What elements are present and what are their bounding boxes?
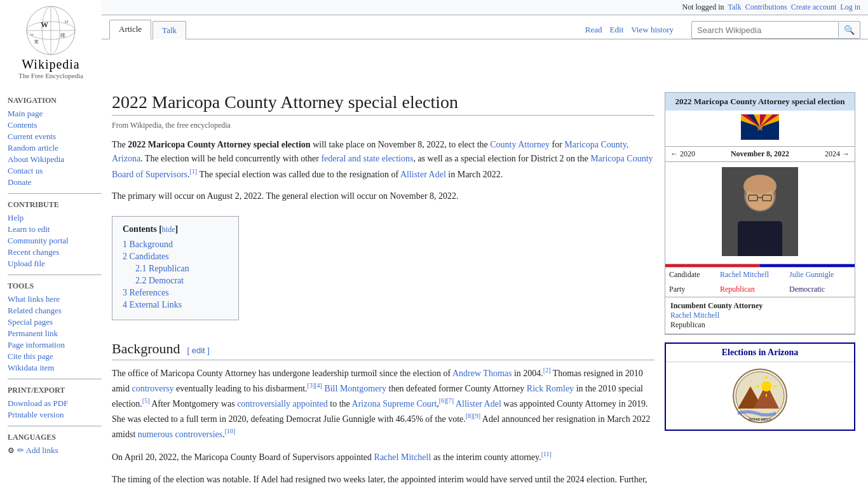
- rick-romley-link[interactable]: Rick Romley: [527, 384, 574, 393]
- contents-link-1[interactable]: 1 Background: [123, 240, 173, 249]
- contents-link-2[interactable]: 2 Candidates: [123, 252, 169, 261]
- search-button[interactable]: 🔍: [838, 22, 860, 37]
- contents-link-3[interactable]: 3 References: [123, 288, 169, 297]
- sidebar-item-help[interactable]: Help: [8, 212, 102, 224]
- ref-7[interactable]: [7]: [446, 397, 454, 404]
- sidebar-item-printable-version[interactable]: Printable version: [8, 409, 102, 421]
- edit-action[interactable]: Edit: [610, 25, 624, 35]
- incumbent-label: Incumbent County Attorney: [670, 301, 850, 311]
- republican-bar: [665, 264, 760, 267]
- ref-10[interactable]: [10]: [225, 428, 236, 435]
- ref-11[interactable]: [11]: [541, 451, 552, 458]
- nav-section-contribute: Contribute Help Learn to edit Community …: [8, 200, 102, 269]
- infobox-nav: ← 2020 November 8, 2022 2024 →: [665, 147, 855, 162]
- read-action[interactable]: Read: [585, 25, 602, 35]
- search-input[interactable]: [692, 23, 838, 37]
- numerous-controversies-link[interactable]: numerous controversies: [138, 430, 222, 439]
- sidebar-item-page-information[interactable]: Page information: [8, 339, 102, 351]
- nav-header-print: Print/export: [8, 386, 102, 395]
- svg-text:繁: 繁: [34, 39, 39, 44]
- svg-point-33: [761, 381, 771, 391]
- create-account-link[interactable]: Create account: [791, 3, 837, 12]
- sidebar-item-wikidata-item[interactable]: Wikidata item: [8, 362, 102, 374]
- incumbent-name-link[interactable]: Rachel Mitchell: [670, 311, 719, 320]
- ref-2[interactable]: [2]: [543, 367, 551, 374]
- contents-item-2-1: 2.1 Republican: [135, 264, 228, 274]
- sidebar-item-recent-changes[interactable]: Recent changes: [8, 247, 102, 258]
- az-supreme-court-link[interactable]: Arizona Supreme Court: [352, 399, 437, 409]
- header: W ω Ω 維 繁 Wikipedia The Free Encyclopedi…: [0, 0, 868, 85]
- ref-4[interactable]: [4]: [315, 382, 322, 389]
- svg-text:Ω: Ω: [65, 19, 68, 24]
- svg-text:DITAT DEUS: DITAT DEUS: [749, 417, 771, 421]
- ref-9[interactable]: [9]: [473, 412, 480, 419]
- contents-hide-link[interactable]: hide: [162, 225, 175, 234]
- infobox-candidate-grid: Candidate Rachel Mitchell Julie Gunnigle…: [665, 268, 855, 297]
- infobox-column: 2022 Maricopa County Attorney special el…: [665, 85, 868, 488]
- sidebar-item-cite-this-page[interactable]: Cite this page: [8, 351, 102, 362]
- sidebar-item-add-links[interactable]: ✏ Add links: [17, 445, 58, 456]
- sidebar-item-current-events[interactable]: Current events: [8, 131, 102, 142]
- sidebar-item-special-pages[interactable]: Special pages: [8, 316, 102, 328]
- allister-adel-link[interactable]: Allister Adel: [400, 169, 446, 179]
- ref-8[interactable]: [8]: [466, 412, 473, 419]
- allister-adel-link-2[interactable]: Allister Adel: [456, 399, 501, 409]
- wikipedia-logo[interactable]: W ω Ω 維 繁: [25, 5, 76, 56]
- bill-montgomery-link[interactable]: Bill Montgomery: [324, 384, 386, 393]
- sidebar-item-upload-file[interactable]: Upload file: [8, 258, 102, 269]
- sidebar-item-community-portal[interactable]: Community portal: [8, 235, 102, 247]
- intro-paragraph: The 2022 Maricopa County Attorney specia…: [112, 138, 654, 182]
- sidebar-item-permanent-link[interactable]: Permanent link: [8, 328, 102, 339]
- contents-link-2-2[interactable]: 2.2 Democrat: [135, 276, 184, 285]
- candidate1-name: Rachel Mitchell: [716, 268, 785, 282]
- rachel-mitchell-link[interactable]: Rachel Mitchell: [374, 452, 431, 462]
- tab-talk[interactable]: Talk: [153, 21, 186, 39]
- candidate1-link[interactable]: Rachel Mitchell: [720, 270, 769, 279]
- controversially-appointed-link[interactable]: controversially appointed: [237, 399, 328, 409]
- tab-article[interactable]: Article: [109, 20, 151, 39]
- svg-text:維: 維: [60, 32, 65, 38]
- sidebar-item-contents[interactable]: Contents: [8, 119, 102, 131]
- not-logged-in-text: Not logged in: [682, 3, 724, 12]
- login-link[interactable]: Log in: [840, 3, 860, 12]
- arizona-flag: [741, 114, 779, 140]
- andrew-thomas-link[interactable]: Andrew Thomas: [452, 369, 512, 378]
- sidebar-item-random-article[interactable]: Random article: [8, 142, 102, 154]
- sidebar-item-download-pdf[interactable]: Download as PDF: [8, 398, 102, 409]
- sidebar-item-related-changes[interactable]: Related changes: [8, 305, 102, 316]
- infobox-title: 2022 Maricopa County Attorney special el…: [665, 93, 855, 111]
- candidate2-link[interactable]: Julie Gunnigle: [789, 270, 834, 279]
- ref-3[interactable]: [3]: [308, 382, 315, 389]
- background-edit-link[interactable]: edit: [192, 346, 205, 355]
- contents-box: Contents [hide] 1 Background 2 Candidate…: [112, 216, 239, 320]
- elections-box-title: Elections in Arizona: [666, 344, 854, 362]
- ref-1[interactable]: [1]: [190, 168, 198, 175]
- sidebar-item-learn-to-edit[interactable]: Learn to edit: [8, 224, 102, 235]
- settings-icon: ⚙: [8, 446, 15, 456]
- county-attorney-link[interactable]: County Attorney: [490, 140, 550, 149]
- ref-5[interactable]: [5]: [142, 397, 150, 404]
- federal-state-elections-link[interactable]: federal and state elections: [321, 154, 413, 163]
- sidebar-item-about-wikipedia[interactable]: About Wikipedia: [8, 154, 102, 165]
- nav-section-print: Print/export Download as PDF Printable v…: [8, 386, 102, 421]
- controversy-link[interactable]: controversy: [132, 384, 174, 393]
- nav-section-tools: Tools What links here Related changes Sp…: [8, 281, 102, 374]
- ref-6[interactable]: [6]: [439, 397, 447, 404]
- sidebar-item-main-page[interactable]: Main page: [8, 108, 102, 119]
- sidebar-item-what-links-here[interactable]: What links here: [8, 294, 102, 305]
- contents-link-4[interactable]: 4 External Links: [123, 300, 182, 309]
- talk-link[interactable]: Talk: [728, 3, 742, 12]
- contents-link-2-1[interactable]: 2.1 Republican: [135, 264, 189, 273]
- contents-list: 1 Background 2 Candidates 2.1 Republican…: [123, 240, 228, 310]
- background-heading: Background [ edit ]: [112, 341, 654, 360]
- view-history-action[interactable]: View history: [631, 25, 674, 35]
- sidebar-item-donate[interactable]: Donate: [8, 177, 102, 188]
- sidebar-item-contact-us[interactable]: Contact us: [8, 165, 102, 177]
- nav-section-navigation: Navigation Main page Contents Current ev…: [8, 96, 102, 188]
- search-box: 🔍: [691, 21, 860, 39]
- contributions-link[interactable]: Contributions: [745, 3, 787, 12]
- tabs-search-area: Not logged in Talk Contributions Create …: [102, 0, 868, 85]
- right-tabs: Read Edit View history 🔍: [585, 21, 860, 39]
- candidate-photo: [722, 167, 798, 256]
- svg-point-28: [745, 176, 775, 194]
